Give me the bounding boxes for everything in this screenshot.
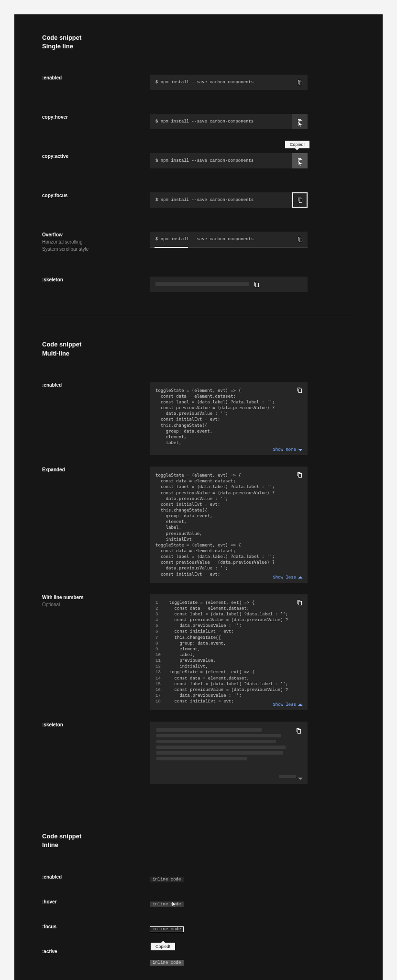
skeleton-bar <box>156 746 286 749</box>
code-line: 7 this.changeState({ <box>155 635 288 641</box>
copy-button[interactable] <box>293 468 306 481</box>
code-text: toggleState = (element, evt) => { <box>169 669 288 675</box>
code-line: 15 const label = (data.label) ?data.labe… <box>155 681 288 687</box>
code-text: initialEvt, <box>169 664 288 669</box>
show-less-button[interactable]: Show less <box>273 575 303 580</box>
tooltip-copied: Copied! <box>285 141 309 148</box>
code-snippet-single: $ npm install --save carbon-components <box>150 75 308 90</box>
code-snippet-multi: toggleState = (element, evt) => { const … <box>150 382 308 455</box>
line-number: 4 <box>155 617 169 623</box>
divider <box>42 808 355 808</box>
code-line: 1toggleState = (element, evt) => { <box>155 600 288 606</box>
code-text: data.previousValue : ''; <box>169 623 288 629</box>
state-label-skeleton: :skeleton <box>42 722 150 728</box>
code-text: const label = (data.label) ?data.label :… <box>169 681 288 687</box>
code-text: toggleState = (element, evt) => { <box>169 600 288 606</box>
line-number: 7 <box>155 635 169 641</box>
line-number: 16 <box>155 687 169 693</box>
inline-code[interactable]: inline code <box>150 877 184 882</box>
copy-button[interactable] <box>293 596 306 609</box>
state-label-line-numbers: With line numbers <box>42 594 150 601</box>
inline-code[interactable]: inline code <box>150 926 184 932</box>
state-sublabel: Horizontal scrolling <box>42 239 150 245</box>
code-line: 8 group: data.event, <box>155 641 288 646</box>
code-text: data.previousValue : ''; <box>169 693 288 699</box>
chevron-up-icon <box>298 575 303 580</box>
code-snippet-multi-expanded: toggleState = (element, evt) => { const … <box>150 467 308 583</box>
code-text: const previousValue = (data.previousValu… <box>169 687 288 693</box>
section-title-sub: Inline <box>42 841 355 849</box>
copy-button[interactable] <box>292 724 305 737</box>
show-more-button[interactable]: Show more <box>273 447 303 452</box>
code-line: 10 label, <box>155 652 288 658</box>
chevron-up-icon <box>298 702 303 707</box>
copy-button[interactable] <box>293 384 306 396</box>
copy-button[interactable] <box>292 75 308 90</box>
inline-code[interactable]: inline code <box>150 902 184 907</box>
code-snippet-skeleton <box>150 277 308 292</box>
copy-icon <box>297 472 302 478</box>
code-snippet-multi-line-numbers: 1toggleState = (element, evt) => {2 cons… <box>150 594 308 711</box>
code-line: 4 const previousValue = (data.previousVa… <box>155 617 288 623</box>
code-snippet-single: $ npm install --save carbon-components <box>150 192 308 208</box>
code-line: 2 const data = element.dataset; <box>155 606 288 612</box>
code-text: const data = element.dataset; <box>169 676 288 681</box>
code-snippet-single: $ npm install --save carbon-components <box>150 114 308 129</box>
show-more-skeleton <box>279 774 303 779</box>
code-line: 12 initialEvt, <box>155 664 288 669</box>
inline-code[interactable]: inline code <box>150 960 184 966</box>
copy-button[interactable] <box>292 192 308 208</box>
code-line: 9 element, <box>155 646 288 652</box>
state-label-hover: :hover <box>42 899 150 905</box>
skeleton-bar <box>156 734 281 737</box>
copy-button[interactable] <box>292 232 308 247</box>
code-text: this.changeState({ <box>169 635 288 641</box>
code-line: 16 const previousValue = (data.previousV… <box>155 687 288 693</box>
code-line: 3 const label = (data.label) ?data.label… <box>155 612 288 617</box>
code-snippet-single: $ npm install --save carbon-components <box>150 232 308 247</box>
line-number: 9 <box>155 646 169 652</box>
copy-icon <box>254 281 259 287</box>
code-line: 14 const data = element.dataset; <box>155 676 288 681</box>
copy-button[interactable] <box>292 114 308 129</box>
section-title-sub: Multi-line <box>42 349 355 358</box>
copy-icon <box>297 236 303 242</box>
copy-button[interactable] <box>292 153 308 168</box>
code-text: const initialEvt = evt; <box>169 699 288 704</box>
section-title-single: Code snippet Single line <box>42 33 355 51</box>
line-number: 2 <box>155 606 169 612</box>
line-number: 11 <box>155 658 169 664</box>
copy-icon <box>297 387 302 393</box>
state-label-enabled: :enabled <box>42 75 150 81</box>
code-text: $ npm install --save carbon-components <box>150 237 292 242</box>
chevron-down-icon <box>298 447 303 452</box>
copy-icon <box>297 158 303 164</box>
copy-button[interactable] <box>249 277 264 292</box>
state-label-skeleton: :skeleton <box>42 277 150 283</box>
state-label-enabled: :enabled <box>42 382 150 389</box>
line-number: 3 <box>155 612 169 617</box>
code-line: 6 const initialEvt = evt; <box>155 629 288 635</box>
state-sublabel: Optional <box>42 601 150 608</box>
section-title-sub: Single line <box>42 42 355 51</box>
line-number: 5 <box>155 623 169 629</box>
code-line: 5 data.previousValue : ''; <box>155 623 288 629</box>
code-line: 18 const initialEvt = evt; <box>155 699 288 704</box>
code-text: element, <box>169 646 288 652</box>
line-number: 12 <box>155 664 169 669</box>
scrollbar-thumb[interactable] <box>154 247 188 248</box>
code-snippet-single: $ npm install --save carbon-components <box>150 153 308 168</box>
skeleton-bar <box>279 775 296 778</box>
show-less-button[interactable]: Show less <box>273 702 303 707</box>
copy-icon <box>297 197 303 203</box>
code-text: const previousValue = (data.previousValu… <box>169 617 288 623</box>
copy-icon <box>297 119 303 124</box>
section-title-main: Code snippet <box>42 340 355 349</box>
code-text: $ npm install --save carbon-components <box>150 158 292 163</box>
section-title-main: Code snippet <box>42 33 355 42</box>
code-text: $ npm install --save carbon-components <box>150 198 292 202</box>
show-more-label: Show more <box>273 447 296 452</box>
scrollbar-track[interactable] <box>150 247 308 248</box>
state-label-focus: :focus <box>42 924 150 930</box>
line-number: 15 <box>155 681 169 687</box>
